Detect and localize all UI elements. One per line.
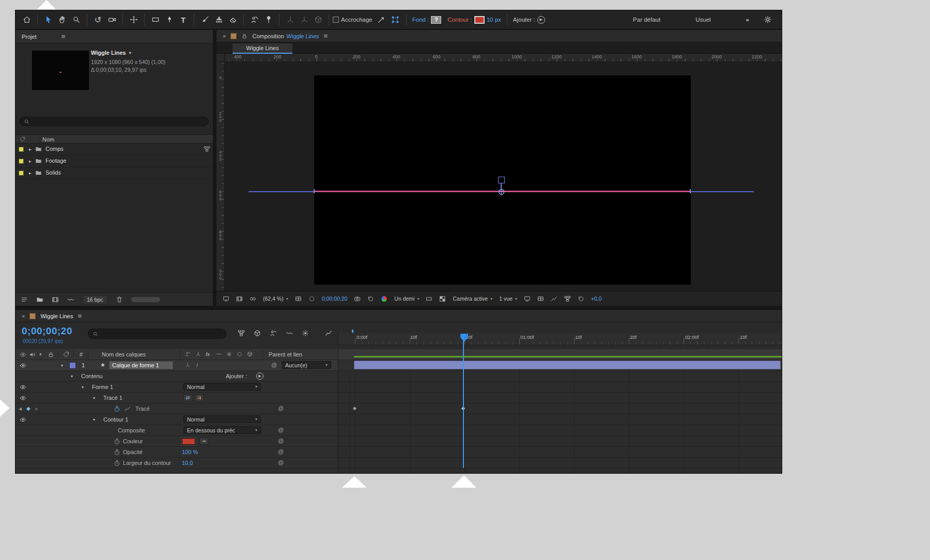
panel-drag-icon[interactable] [230, 33, 237, 39]
mini-flowchart-icon[interactable] [238, 330, 245, 337]
graph-editor-icon[interactable] [325, 330, 332, 337]
frame-blending-icon[interactable] [286, 330, 293, 337]
pen-tool-icon[interactable] [162, 13, 176, 27]
workspace-overflow-button[interactable]: » [746, 17, 749, 23]
label-color-swatch[interactable] [19, 147, 24, 152]
property-track[interactable] [338, 425, 782, 436]
show-snapshot-icon[interactable] [367, 295, 374, 302]
keyframe-toggle-icon[interactable]: ◆ [26, 406, 30, 411]
blend-mode-select[interactable]: Normal▾ [183, 383, 261, 391]
shy-icon[interactable] [270, 330, 277, 337]
rotation-tool-icon[interactable]: ↺ [91, 13, 105, 27]
snapping-checkbox[interactable] [333, 17, 339, 23]
viewer-tab-wiggle-lines[interactable]: Wiggle Lines [233, 43, 292, 54]
playhead-marker[interactable] [460, 334, 468, 341]
property-track[interactable] [338, 458, 782, 469]
type-tool-icon[interactable]: T [176, 13, 190, 27]
group-label[interactable]: Contenu [81, 373, 103, 379]
add-shape-menu-icon[interactable]: ▶ [537, 16, 545, 24]
timeline-tab-name[interactable]: Wiggle Lines [40, 313, 73, 319]
group-visibility-eye-icon[interactable] [20, 395, 26, 401]
expand-arrow-icon[interactable]: ▸ [29, 147, 32, 152]
layer-duration-track[interactable] [338, 360, 782, 371]
magnification-select[interactable]: (62,4 %)▾ [263, 295, 288, 302]
folder-name[interactable]: Comps [45, 146, 64, 152]
quality-switch-icon[interactable]: / [196, 362, 198, 368]
path-endpoint-handle[interactable] [690, 189, 691, 193]
next-keyframe-icon[interactable]: ▶ [35, 407, 38, 411]
property-track[interactable] [338, 382, 782, 393]
keyframe-diamond[interactable]: ◆ [353, 406, 357, 411]
expand-arrow-icon[interactable]: ▸ [29, 159, 32, 164]
folder-name[interactable]: Solids [45, 169, 61, 176]
reset-exposure-icon[interactable] [578, 295, 584, 302]
brush-tool-icon[interactable] [198, 13, 212, 27]
pickwhip-icon[interactable]: @ [278, 405, 284, 411]
snapshot-icon[interactable] [354, 295, 361, 302]
pickwhip-icon[interactable]: @ [278, 459, 284, 465]
stroke-color-swatch[interactable] [182, 438, 195, 445]
property-label[interactable]: Largeur du contour [123, 460, 171, 466]
property-track[interactable] [338, 447, 782, 458]
group-expander-icon[interactable]: ▾ [93, 396, 95, 400]
expand-arrow-icon[interactable]: ▸ [29, 170, 32, 176]
view-layout-icon[interactable] [524, 295, 531, 302]
property-track[interactable] [338, 436, 782, 447]
selection-tool-icon[interactable] [41, 13, 55, 27]
close-tab-icon[interactable]: × [22, 313, 25, 319]
timeline-search-input[interactable] [101, 331, 222, 337]
safe-zones-icon[interactable] [295, 295, 302, 302]
layer-duration-bar[interactable] [354, 361, 781, 369]
timeline-time-ruler[interactable]: 0:00f 10f 20f 01:00f 10f 20f 02:00f 10f [338, 333, 782, 345]
group-expander-icon[interactable]: ▾ [93, 417, 95, 422]
layer-name[interactable]: Calque de forme 1 [109, 361, 173, 369]
work-area-bar[interactable] [354, 356, 782, 357]
layer-row-calque-de-forme-1[interactable]: ▾ 1 ★ Calque de forme 1 / @ Aucun(e)▾ [16, 360, 782, 371]
roto-brush-tool-icon[interactable] [247, 13, 261, 27]
property-value[interactable]: 10,0 [182, 460, 193, 466]
stopwatch-icon[interactable] [114, 438, 120, 445]
snap-features-icon[interactable] [375, 13, 389, 27]
property-track[interactable] [338, 393, 782, 403]
lock-icon[interactable] [241, 33, 247, 39]
project-search-box[interactable] [20, 117, 209, 126]
panel-menu-icon[interactable]: ≡ [61, 33, 66, 40]
property-label[interactable]: Couleur [123, 438, 143, 444]
property-track[interactable] [338, 371, 782, 382]
close-tab-icon[interactable]: × [223, 33, 226, 39]
project-item-footage[interactable]: ▸ Footage [16, 155, 213, 167]
camera-tool-icon[interactable] [105, 13, 119, 27]
layer-expander-icon[interactable]: ▾ [61, 363, 63, 368]
color-depth-button[interactable]: 16 bpc [83, 295, 107, 304]
local-axis-mode-icon[interactable] [283, 13, 297, 27]
panel-drag-icon[interactable] [29, 313, 36, 319]
timeline-search-box[interactable] [88, 329, 226, 339]
new-composition-icon[interactable] [52, 296, 59, 303]
stopwatch-icon[interactable] [114, 460, 120, 466]
panel-menu-icon[interactable]: ≡ [78, 312, 82, 320]
pickwhip-icon[interactable]: @ [278, 438, 284, 444]
path-offset-icon[interactable]: ⇉ [195, 394, 204, 401]
color-picker-icon[interactable]: ⇒ [199, 438, 208, 445]
workspace-usuel-button[interactable]: Usuel [695, 17, 710, 23]
name-column-header[interactable]: Nom [42, 136, 54, 143]
workspace-settings-gear-icon[interactable] [761, 13, 774, 27]
stroke-label[interactable]: Contour : [447, 17, 472, 23]
layer-name-column-header[interactable]: Nom des calques [102, 351, 146, 357]
snap-bounding-box-icon[interactable] [389, 13, 402, 27]
composition-tab-label[interactable]: Composition [252, 33, 284, 39]
pickwhip-icon[interactable]: @ [278, 427, 284, 433]
selected-item-name[interactable]: Wiggle Lines▾ [91, 50, 131, 56]
camera-select[interactable]: Caméra active▾ [453, 295, 492, 302]
clone-stamp-tool-icon[interactable] [212, 13, 226, 27]
current-time-display[interactable]: 0;00;00;20 [322, 295, 348, 302]
anchor-point-crosshair[interactable] [498, 188, 505, 196]
group-visibility-eye-icon[interactable] [20, 384, 26, 391]
exposure-value[interactable]: +0,0 [591, 295, 602, 302]
parent-column-header[interactable]: Parent et lien [269, 351, 302, 357]
fill-label[interactable]: Fond : [412, 17, 429, 23]
shape-vertex-handle[interactable] [498, 177, 505, 183]
zoom-tool-icon[interactable] [69, 13, 83, 27]
motion-blur-icon[interactable] [302, 330, 309, 337]
label-color-swatch[interactable] [19, 170, 24, 176]
